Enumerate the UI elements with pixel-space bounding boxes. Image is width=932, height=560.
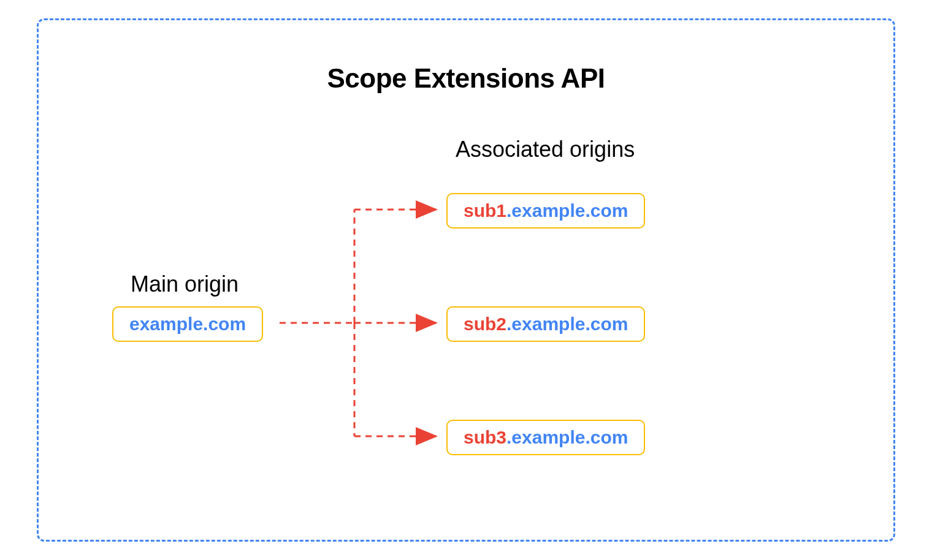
subdomain-2: sub2 [464, 314, 506, 334]
main-origin-domain: example.com [129, 314, 246, 334]
subdomain-1: sub1 [464, 200, 506, 221]
associated-origin-box-2: sub2.example.com [446, 306, 645, 342]
api-container: Scope Extensions API Main origin example… [37, 18, 895, 542]
main-origin-label: Main origin [131, 271, 239, 297]
main-origin-box: example.com [112, 306, 263, 342]
subdomain-3: sub3 [464, 427, 506, 447]
domain-3: .example.com [506, 427, 628, 447]
associated-origin-box-1: sub1.example.com [446, 193, 645, 229]
associated-origin-box-3: sub3.example.com [446, 420, 645, 455]
domain-1: .example.com [506, 200, 628, 221]
diagram-title: Scope Extensions API [63, 63, 869, 94]
associated-origins-label: Associated origins [456, 137, 635, 162]
domain-2: .example.com [506, 314, 628, 334]
